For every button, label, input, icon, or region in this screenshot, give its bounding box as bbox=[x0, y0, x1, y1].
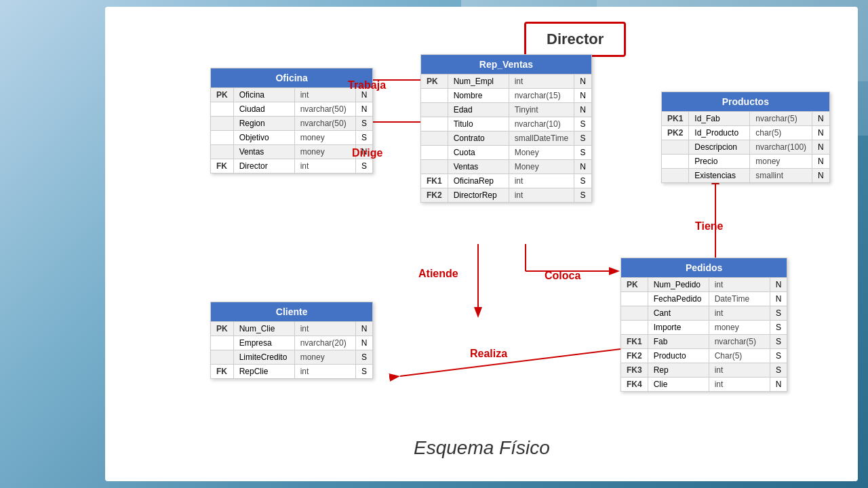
table-cell: S bbox=[574, 131, 592, 146]
table-cell: Oficina bbox=[233, 88, 294, 102]
table-cell: N bbox=[812, 155, 830, 169]
table-cell: Rep bbox=[648, 363, 709, 378]
table-cell: Descripcion bbox=[689, 140, 750, 155]
table-cell: nvarchar(5) bbox=[709, 335, 770, 349]
svg-line-12 bbox=[400, 349, 620, 376]
table-cell: int bbox=[294, 322, 355, 336]
cliente-table: Cliente PKNum_ClieintN Empresanvarchar(2… bbox=[210, 302, 373, 379]
table-cell bbox=[211, 117, 234, 131]
table-cell: int bbox=[709, 378, 770, 392]
table-cell: nvarchar(20) bbox=[294, 336, 355, 350]
table-cell: OficinaRep bbox=[448, 174, 509, 188]
table-cell: FK2 bbox=[421, 188, 448, 203]
table-cell: N bbox=[770, 378, 787, 392]
table-cell: N bbox=[812, 169, 830, 183]
table-cell: N bbox=[812, 126, 830, 140]
table-cell bbox=[421, 103, 448, 117]
table-cell: N bbox=[574, 75, 592, 89]
table-cell: FK2 bbox=[621, 349, 648, 363]
table-cell: N bbox=[574, 103, 592, 117]
atiende-label: Atiende bbox=[418, 268, 458, 280]
productos-header: Productos bbox=[662, 92, 830, 112]
table-cell: Money bbox=[509, 160, 574, 174]
cliente-header: Cliente bbox=[211, 302, 373, 322]
table-cell bbox=[211, 131, 234, 145]
table-cell: DirectorRep bbox=[448, 188, 509, 203]
table-cell: FK1 bbox=[621, 335, 648, 349]
table-cell bbox=[421, 146, 448, 160]
table-cell: N bbox=[355, 322, 373, 336]
table-cell: Ventas bbox=[448, 160, 509, 174]
table-cell: S bbox=[355, 117, 373, 131]
table-cell: int bbox=[509, 188, 574, 203]
table-cell bbox=[421, 117, 448, 131]
table-cell: int bbox=[509, 174, 574, 188]
table-cell: FK bbox=[211, 365, 234, 379]
rep-ventas-table: Rep_Ventas PKNum_EmplintN Nombrenvarchar… bbox=[420, 54, 592, 203]
table-cell: int bbox=[709, 363, 770, 378]
table-cell bbox=[662, 155, 689, 169]
table-cell: Num_Empl bbox=[448, 75, 509, 89]
productos-table: Productos PK1Id_Fabnvarchar(5)N PK2Id_Pr… bbox=[661, 92, 830, 183]
table-cell: Num_Clie bbox=[233, 322, 294, 336]
table-cell: S bbox=[574, 146, 592, 160]
table-cell: PK1 bbox=[662, 112, 689, 126]
table-cell: N bbox=[812, 112, 830, 126]
table-cell: Num_Pedido bbox=[648, 278, 709, 292]
table-cell: N bbox=[355, 336, 373, 350]
table-cell: Tinyint bbox=[509, 103, 574, 117]
table-cell: S bbox=[355, 365, 373, 379]
table-cell: int bbox=[294, 365, 355, 379]
table-cell: S bbox=[355, 350, 373, 365]
table-cell: PK bbox=[211, 88, 234, 102]
table-cell: money bbox=[294, 145, 355, 159]
table-cell: N bbox=[574, 160, 592, 174]
table-cell: S bbox=[770, 306, 787, 321]
table-cell: Cuota bbox=[448, 146, 509, 160]
table-cell: money bbox=[750, 155, 812, 169]
table-cell: S bbox=[770, 321, 787, 335]
table-cell: char(5) bbox=[750, 126, 812, 140]
table-cell: Id_Fab bbox=[689, 112, 750, 126]
table-cell: FechaPedido bbox=[648, 292, 709, 306]
director-box: Director bbox=[524, 22, 626, 57]
table-cell: Director bbox=[233, 159, 294, 174]
table-cell: money bbox=[294, 131, 355, 145]
dirige-label: Dirige bbox=[352, 147, 382, 159]
coloca-label: Coloca bbox=[545, 270, 580, 282]
table-cell: nvarchar(5) bbox=[750, 112, 812, 126]
table-cell: FK1 bbox=[421, 174, 448, 188]
table-cell: Nombre bbox=[448, 89, 509, 103]
table-cell: Edad bbox=[448, 103, 509, 117]
table-cell: Char(5) bbox=[709, 349, 770, 363]
table-cell: FK bbox=[211, 159, 234, 174]
table-cell: int bbox=[294, 159, 355, 174]
table-cell: Existencias bbox=[689, 169, 750, 183]
table-cell: nvarchar(15) bbox=[509, 89, 574, 103]
table-cell: int bbox=[709, 306, 770, 321]
table-cell: Titulo bbox=[448, 117, 509, 131]
table-cell: S bbox=[355, 159, 373, 174]
table-cell: PK bbox=[621, 278, 648, 292]
table-cell: N bbox=[770, 278, 787, 292]
table-cell: PK2 bbox=[662, 126, 689, 140]
table-cell: nvarchar(50) bbox=[294, 102, 355, 117]
table-cell: int bbox=[709, 278, 770, 292]
table-cell bbox=[421, 160, 448, 174]
table-cell: S bbox=[770, 349, 787, 363]
table-cell bbox=[662, 169, 689, 183]
table-cell: smallDateTime bbox=[509, 131, 574, 146]
tiene-label: Tiene bbox=[695, 220, 724, 232]
table-cell: N bbox=[770, 292, 787, 306]
table-cell: S bbox=[574, 117, 592, 131]
table-cell: S bbox=[574, 188, 592, 203]
pedidos-table: Pedidos PKNum_PedidointN FechaPedidoDate… bbox=[620, 258, 787, 392]
table-cell: S bbox=[770, 335, 787, 349]
table-cell bbox=[621, 292, 648, 306]
table-cell: S bbox=[770, 363, 787, 378]
table-cell bbox=[211, 102, 234, 117]
table-cell bbox=[421, 89, 448, 103]
realiza-label: Realiza bbox=[470, 348, 507, 360]
table-cell: RepClie bbox=[233, 365, 294, 379]
table-cell: Precio bbox=[689, 155, 750, 169]
